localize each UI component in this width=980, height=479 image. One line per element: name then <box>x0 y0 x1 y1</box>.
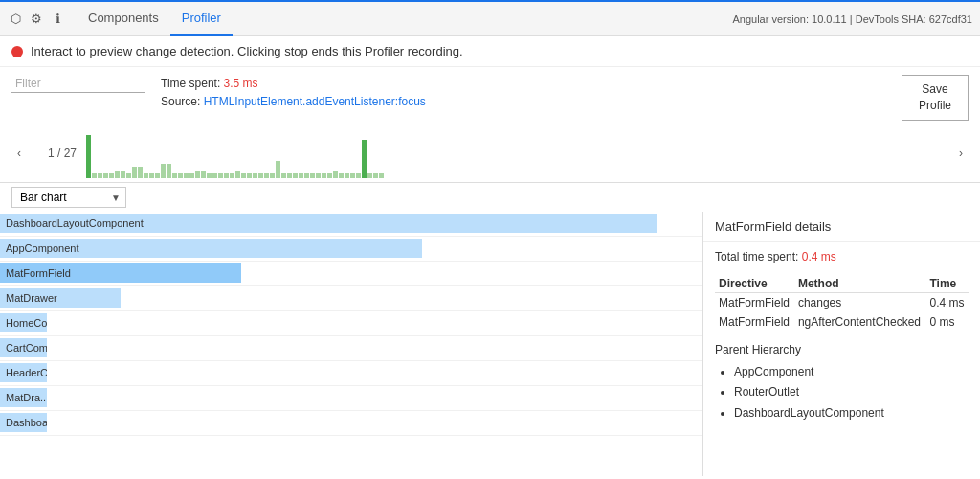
chart-bar[interactable] <box>126 173 131 178</box>
chart-bar[interactable] <box>98 173 102 178</box>
main-area: Time spent: 3.5 ms Source: HTMLInputElem… <box>0 67 980 476</box>
chart-bar[interactable] <box>356 173 361 178</box>
total-time-value: 0.4 ms <box>802 250 836 263</box>
chart-bar[interactable] <box>201 171 206 178</box>
flame-row[interactable]: HeaderC... <box>0 361 702 386</box>
table-row: MatFormFieldngAfterContentChecked0 ms <box>715 312 969 331</box>
chart-bar[interactable] <box>178 173 183 178</box>
chart-bar[interactable] <box>304 173 309 178</box>
chart-bar[interactable] <box>322 173 326 178</box>
chart-bar[interactable] <box>333 171 338 178</box>
chart-bar[interactable] <box>258 173 263 178</box>
chart-bar[interactable] <box>339 173 344 178</box>
chart-prev-button[interactable]: ‹ <box>0 125 38 182</box>
chart-bar[interactable] <box>86 135 91 178</box>
chart-bar[interactable] <box>373 173 378 178</box>
chart-bar[interactable] <box>270 173 275 178</box>
flame-graph-panel: DashboardLayoutComponentAppComponentMatF… <box>0 212 703 476</box>
chart-bar[interactable] <box>362 140 367 178</box>
chart-bar[interactable] <box>92 173 97 178</box>
flame-row[interactable]: CartCom... <box>0 336 702 361</box>
split-panel: DashboardLayoutComponentAppComponentMatF… <box>0 212 980 476</box>
chart-bar[interactable] <box>212 173 217 178</box>
chart-bar[interactable] <box>132 167 137 178</box>
chart-bar[interactable] <box>247 173 252 178</box>
chart-bar[interactable] <box>350 173 355 178</box>
recording-dot <box>11 46 23 57</box>
chart-bar[interactable] <box>230 173 234 178</box>
chart-next-button[interactable]: › <box>942 125 980 182</box>
chart-bar[interactable] <box>224 173 229 178</box>
flame-bar[interactable]: Dashboa... <box>0 413 47 432</box>
flame-row[interactable]: MatDrawer <box>0 286 702 311</box>
flame-row[interactable]: Dashboa... <box>0 411 702 436</box>
flame-bar[interactable]: AppComponent <box>0 239 422 258</box>
flame-row[interactable]: AppComponent <box>0 237 702 262</box>
flame-row[interactable]: DashboardLayoutComponent <box>0 212 702 237</box>
flame-bar[interactable]: HomeCo... <box>0 313 47 332</box>
parent-list-item: RouterOutlet <box>734 382 969 403</box>
chart-bar[interactable] <box>241 173 246 178</box>
table-row: MatFormFieldchanges0.4 ms <box>715 292 969 312</box>
chart-bar[interactable] <box>121 171 125 178</box>
time-info: Time spent: 3.5 ms Source: HTMLInputElem… <box>161 75 886 111</box>
source-value: HTMLInputElement.addEventListener:focus <box>204 95 426 108</box>
chart-bar[interactable] <box>287 173 292 178</box>
chart-area <box>86 125 942 182</box>
chart-bar[interactable] <box>281 173 286 178</box>
chart-bar[interactable] <box>345 173 349 178</box>
chart-bar[interactable] <box>368 173 372 178</box>
parent-hierarchy-section: Parent Hierarchy AppComponentRouterOutle… <box>715 343 969 424</box>
chart-bar[interactable] <box>299 173 303 178</box>
save-profile-button[interactable]: SaveProfile <box>902 75 969 121</box>
cell-time: 0.4 ms <box>925 292 969 312</box>
chart-bar[interactable] <box>235 171 240 178</box>
settings-icon[interactable]: ⚙ <box>29 11 44 27</box>
chart-bar[interactable] <box>327 173 332 178</box>
col-method: Method <box>794 275 926 293</box>
flame-row[interactable]: MatFormField <box>0 262 702 286</box>
chart-bar[interactable] <box>144 173 148 178</box>
info-icon[interactable]: ℹ <box>50 11 65 27</box>
chart-bar[interactable] <box>109 173 114 178</box>
chart-type-dropdown[interactable]: Bar chart Tree map Flame graph <box>11 187 126 208</box>
flame-bar[interactable]: CartCom... <box>0 338 47 357</box>
chart-bar[interactable] <box>149 173 154 178</box>
chart-bar[interactable] <box>189 173 194 178</box>
chart-bar[interactable] <box>155 173 160 178</box>
chart-bar[interactable] <box>379 173 384 178</box>
chart-bar[interactable] <box>172 173 177 178</box>
cursor-icon[interactable]: ⬡ <box>8 11 23 27</box>
chart-bar[interactable] <box>115 171 120 178</box>
flame-bar[interactable]: DashboardLayoutComponent <box>0 214 657 233</box>
flame-bar[interactable]: MatDra... <box>0 388 47 407</box>
flame-bar[interactable]: MatFormField <box>0 263 241 283</box>
chart-bar[interactable] <box>218 173 223 178</box>
chart-bar[interactable] <box>207 173 212 178</box>
chart-bar[interactable] <box>161 164 166 178</box>
chart-bar[interactable] <box>184 173 189 178</box>
filter-input[interactable] <box>11 75 145 93</box>
total-time: Total time spent: 0.4 ms <box>715 250 969 263</box>
flame-row[interactable]: MatDra... <box>0 386 702 411</box>
chart-bar[interactable] <box>103 173 108 178</box>
cell-method: changes <box>794 292 926 312</box>
chart-bar[interactable] <box>310 173 315 178</box>
parent-list-item: DashboardLayoutComponent <box>734 403 969 424</box>
chart-bar[interactable] <box>316 173 321 178</box>
chart-bar[interactable] <box>276 161 280 178</box>
col-time: Time <box>925 275 969 293</box>
chart-bar[interactable] <box>253 173 257 178</box>
chart-bar[interactable] <box>293 173 298 178</box>
tab-components[interactable]: Components <box>77 2 170 36</box>
chart-bar[interactable] <box>138 167 143 178</box>
chart-bar[interactable] <box>195 171 200 178</box>
source-label: Source: <box>161 95 204 108</box>
flame-row[interactable]: HomeCo... <box>0 311 702 336</box>
chart-bar[interactable] <box>264 173 269 178</box>
chart-bar[interactable] <box>167 164 171 178</box>
flame-bar[interactable]: HeaderC... <box>0 363 47 382</box>
tab-profiler[interactable]: Profiler <box>170 2 233 36</box>
details-body: Total time spent: 0.4 ms Directive Metho… <box>703 242 980 432</box>
flame-bar[interactable]: MatDrawer <box>0 288 121 308</box>
